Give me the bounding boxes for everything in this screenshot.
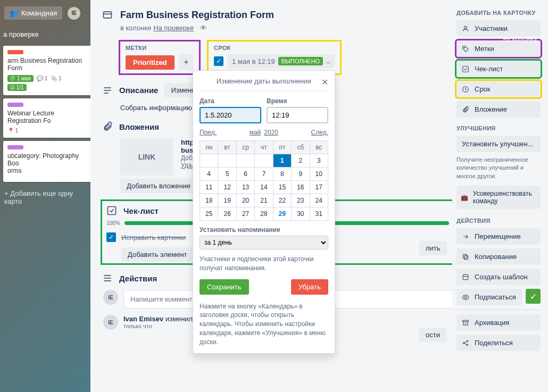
svg-point-9 <box>464 26 467 29</box>
calendar-day <box>218 154 236 168</box>
deadline-checkbox[interactable]: ✓ <box>214 56 223 66</box>
calendar-day[interactable]: 15 <box>273 181 291 194</box>
add-attachment-button[interactable]: Добавить вложение <box>120 179 197 193</box>
calendar-day[interactable]: 2 <box>292 154 310 168</box>
powerups-button[interactable]: Установить улучшен... <box>456 136 541 152</box>
label-prioritized[interactable]: Prioritized <box>126 55 175 70</box>
checklist-item-checkbox[interactable]: ✓ <box>106 232 116 242</box>
calendar-day[interactable]: 5 <box>218 168 236 181</box>
add-column-button[interactable]: ну колонку <box>503 35 537 43</box>
board-card[interactable]: ubcategory: Photography Boo orms <box>3 141 93 182</box>
calendar-day[interactable]: 3 <box>310 154 328 168</box>
card-title[interactable]: Farm Business Registration Form <box>120 10 274 21</box>
calendar-day[interactable]: 7 <box>255 168 273 181</box>
prev-month-button[interactable]: Пред. <box>200 129 217 136</box>
calendar-day[interactable]: 17 <box>310 181 328 194</box>
add-checklist-item-button[interactable]: Добавить элемент <box>121 247 194 262</box>
subscribed-check[interactable]: ✓ <box>526 289 541 304</box>
checklist-title: Чек-лист <box>123 206 159 215</box>
template-button[interactable]: Создать шаблон <box>456 269 541 285</box>
calendar-day[interactable]: 27 <box>236 207 254 221</box>
deadline-button[interactable]: Срок <box>456 81 541 97</box>
calendar-day[interactable]: 20 <box>236 194 254 207</box>
calendar-day[interactable]: 28 <box>255 207 273 221</box>
user-avatar[interactable]: IE <box>103 290 118 305</box>
calendar-day[interactable]: 12 <box>218 181 236 194</box>
date-input[interactable] <box>200 107 261 123</box>
attachment-thumb: LINK <box>120 138 173 176</box>
checklist-icon <box>106 205 117 216</box>
column-link[interactable]: На проверке <box>153 24 194 32</box>
calendar-day[interactable]: 16 <box>292 181 310 194</box>
year-select[interactable]: 2020 <box>264 129 278 136</box>
share-icon <box>462 339 469 347</box>
calendar-day[interactable]: 22 <box>273 194 291 207</box>
calendar-tip: Нажмите на кнопку «Календарь» в заголовк… <box>200 302 328 347</box>
checklist-button[interactable]: Чек-лист <box>456 61 541 77</box>
calendar-day[interactable]: 1 <box>273 154 291 168</box>
archive-button[interactable]: Архивация <box>456 314 541 331</box>
close-icon[interactable]: ✕ <box>321 77 328 87</box>
board-background: 👥 Командная IE а проверке arm Business R… <box>0 0 96 392</box>
remove-button[interactable]: Убрать <box>291 279 328 295</box>
subscribe-button[interactable]: Подписаться <box>456 289 522 305</box>
next-month-button[interactable]: След. <box>311 129 328 136</box>
calendar-day[interactable]: 14 <box>255 181 273 194</box>
calendar-day[interactable]: 23 <box>292 194 310 207</box>
calendar-day[interactable]: 29 <box>273 207 291 221</box>
calendar-day[interactable]: 19 <box>218 194 236 207</box>
calendar-day[interactable]: 25 <box>200 207 218 221</box>
team-visibility[interactable]: 👥 Командная <box>4 6 62 20</box>
attachment-button[interactable]: Вложение <box>456 101 541 118</box>
add-label-button[interactable]: + <box>179 54 194 70</box>
calendar-day[interactable]: 13 <box>236 181 254 194</box>
calendar-day[interactable]: 8 <box>273 168 291 181</box>
time-input[interactable] <box>267 107 328 123</box>
svg-point-17 <box>464 296 467 298</box>
calendar-day <box>255 154 273 168</box>
month-select[interactable]: май <box>250 129 261 136</box>
deadline-section: СРОК ✓ 1 мая в 12:19 ВЫПОЛНЕНО ⌵ <box>209 41 340 73</box>
calendar-day[interactable]: 11 <box>200 181 218 194</box>
attachment-icon <box>102 121 113 132</box>
board-card[interactable]: arm Business Registration Form ⏱ 1 мая 💬… <box>3 46 93 95</box>
calendar-day[interactable]: 9 <box>292 168 310 181</box>
paperclip-icon <box>462 106 469 113</box>
description-title: Описание <box>119 86 158 95</box>
svg-point-10 <box>464 47 465 48</box>
save-button[interactable]: Сохранить <box>200 279 249 295</box>
activity-details-button[interactable]: ости <box>419 328 446 342</box>
calendar-day <box>200 154 218 168</box>
user-avatar[interactable]: IE <box>103 315 118 330</box>
board-card[interactable]: Webinar Lecture Registration Fo 📍 1 <box>3 98 93 138</box>
card-sidebar: ДОБАВИТЬ НА КАРТОЧКУ Участники Метки Чек… <box>452 0 548 392</box>
svg-rect-11 <box>463 66 469 72</box>
activity-title: Действия <box>119 274 157 283</box>
upgrade-button[interactable]: 💼 Усовершенствовать команду <box>456 186 541 209</box>
svg-point-19 <box>463 343 464 344</box>
copy-icon <box>462 253 469 261</box>
calendar-day[interactable]: 18 <box>200 194 218 207</box>
labels-button[interactable]: Метки <box>456 40 541 57</box>
copy-button[interactable]: Копирование <box>456 248 541 265</box>
add-card-button[interactable]: + Добавить еще одну карто <box>0 185 96 210</box>
deadline-button[interactable]: 1 мая в 12:19 ВЫПОЛНЕНО ⌵ <box>228 54 335 68</box>
calendar-day[interactable]: 4 <box>200 168 218 181</box>
share-button[interactable]: Поделиться <box>456 335 541 351</box>
reminder-select[interactable]: за 1 день <box>200 236 328 249</box>
calendar-day[interactable]: 31 <box>310 207 328 221</box>
user-avatar[interactable]: IE <box>68 7 80 20</box>
calendar-day[interactable]: 26 <box>218 207 236 221</box>
calendar-day[interactable]: 21 <box>255 194 273 207</box>
attachment-action-button[interactable]: лить <box>419 241 447 255</box>
description-icon <box>102 85 113 96</box>
calendar-day[interactable]: 24 <box>310 194 328 207</box>
calendar-day[interactable]: 6 <box>236 168 254 181</box>
briefcase-icon: 💼 <box>461 192 469 203</box>
move-button[interactable]: Перемещение <box>456 228 541 245</box>
calendar-day[interactable]: 10 <box>310 168 328 181</box>
checklist-icon <box>462 65 469 73</box>
calendar-day[interactable]: 30 <box>292 207 310 221</box>
progress-percent: 100% <box>106 220 120 226</box>
svg-rect-0 <box>104 12 112 18</box>
